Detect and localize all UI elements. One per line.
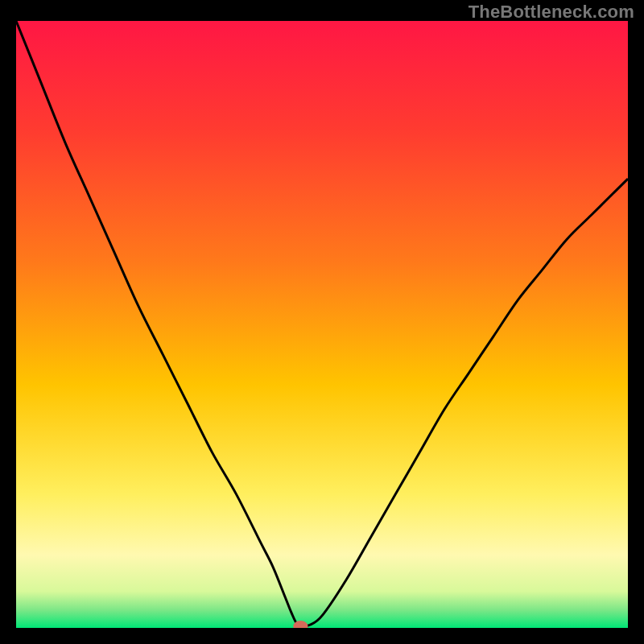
bottleneck-chart: [16, 21, 628, 628]
gradient-background: [16, 21, 628, 628]
watermark-text: TheBottleneck.com: [469, 2, 634, 23]
plot-area: [16, 21, 628, 628]
chart-frame: TheBottleneck.com: [0, 0, 644, 644]
